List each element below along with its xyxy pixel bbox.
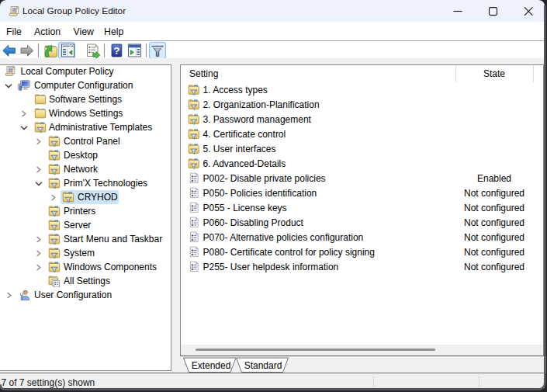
svg-text:Extended: Extended (192, 360, 231, 371)
svg-text:?: ? (113, 45, 119, 57)
svg-text:Standard: Standard (244, 360, 282, 371)
